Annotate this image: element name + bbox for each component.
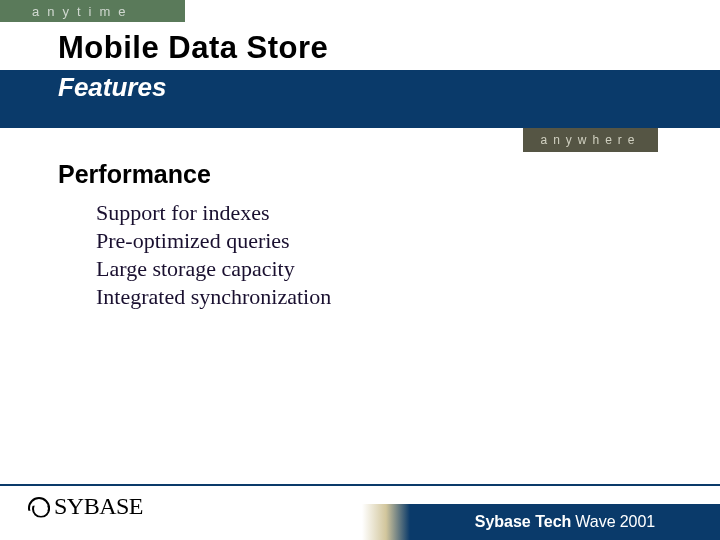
slide-body: Performance Support for indexes Pre-opti… bbox=[58, 160, 680, 312]
sybase-logo: SYBASE bbox=[28, 493, 143, 520]
bullet-item: Integrated synchronization bbox=[96, 283, 680, 311]
anywhere-badge: anywhere bbox=[523, 128, 658, 152]
top-badge: anytime bbox=[0, 0, 185, 22]
slide-title: Mobile Data Store bbox=[58, 30, 328, 66]
slide-header: Mobile Data Store Features anywhere bbox=[0, 22, 720, 134]
footer-accent bbox=[362, 504, 410, 540]
sybase-logo-text: SYBASE bbox=[54, 493, 143, 520]
bullet-item: Pre-optimized queries bbox=[96, 227, 680, 255]
anywhere-badge-text: anywhere bbox=[540, 133, 640, 147]
sybase-logo-icon bbox=[28, 496, 50, 518]
section-heading: Performance bbox=[58, 160, 680, 189]
slide-subtitle: Features bbox=[58, 72, 166, 103]
footer-event-year: 2001 bbox=[620, 513, 656, 531]
footer-event-box: Sybase TechWave 2001 bbox=[410, 504, 720, 540]
bullet-item: Large storage capacity bbox=[96, 255, 680, 283]
footer-event-bold: Sybase Tech bbox=[475, 513, 572, 531]
footer-event-light: Wave bbox=[575, 513, 615, 531]
bullet-item: Support for indexes bbox=[96, 199, 680, 227]
slide-footer: SYBASE Sybase TechWave 2001 bbox=[0, 484, 720, 540]
top-badge-text: anytime bbox=[32, 4, 134, 19]
bullet-list: Support for indexes Pre-optimized querie… bbox=[58, 199, 680, 312]
footer-rule bbox=[0, 484, 720, 486]
